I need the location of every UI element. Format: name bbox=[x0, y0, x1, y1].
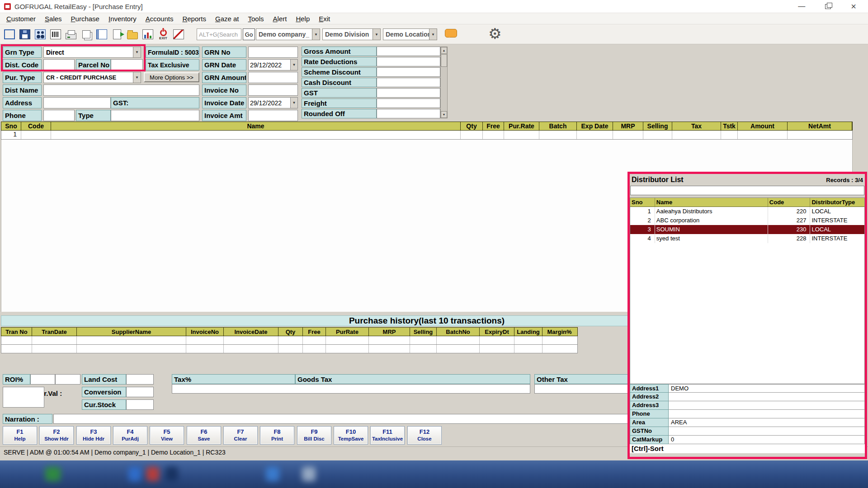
roi-input-2[interactable] bbox=[55, 374, 80, 385]
fkey-f1[interactable]: F1Help bbox=[3, 426, 37, 445]
printer-icon[interactable] bbox=[64, 26, 78, 43]
pur-val-box[interactable] bbox=[3, 387, 44, 408]
menu-tools[interactable]: Tools bbox=[244, 14, 269, 23]
phone-input[interactable] bbox=[43, 110, 75, 121]
fkey-f4[interactable]: F4PurAdj bbox=[113, 426, 147, 445]
item-cell[interactable] bbox=[51, 131, 461, 139]
fkey-f7[interactable]: F7Clear bbox=[223, 426, 258, 445]
fkey-f8[interactable]: F8Print bbox=[260, 426, 294, 445]
save-icon[interactable] bbox=[18, 26, 32, 43]
table-icon[interactable] bbox=[3, 26, 16, 43]
fkey-f3[interactable]: F3Hide Hdr bbox=[76, 426, 111, 445]
close-button[interactable]: × bbox=[851, 1, 856, 12]
taskbar-icon[interactable] bbox=[146, 467, 159, 481]
scheme-discount-value[interactable] bbox=[377, 67, 440, 77]
fkey-f5[interactable]: F5View bbox=[150, 426, 184, 445]
gst-amount-value[interactable] bbox=[377, 88, 440, 98]
menu-exit[interactable]: Exit bbox=[314, 14, 335, 23]
division-select[interactable]: Demo Division bbox=[322, 28, 381, 40]
menu-inventory[interactable]: Inventory bbox=[104, 14, 141, 23]
item-cell[interactable] bbox=[788, 131, 852, 139]
taskbar-icon[interactable] bbox=[302, 467, 316, 481]
dist-cell-code[interactable]: 227 bbox=[768, 216, 811, 225]
grn-no-input[interactable] bbox=[248, 47, 298, 58]
chevron-down-icon[interactable] bbox=[290, 60, 297, 70]
report-chart-icon[interactable] bbox=[172, 26, 185, 43]
conversion-input[interactable] bbox=[126, 387, 154, 397]
gear-icon[interactable]: ⚙ bbox=[488, 26, 502, 41]
dist-cell-type[interactable]: LOCAL bbox=[810, 207, 864, 216]
rounded-off-value[interactable] bbox=[377, 109, 440, 118]
notebook-icon[interactable] bbox=[95, 26, 108, 43]
item-cell[interactable] bbox=[483, 131, 504, 139]
menu-alert[interactable]: Alert bbox=[269, 14, 292, 23]
invoice-date-input[interactable]: 29/12/2022 bbox=[248, 97, 298, 108]
dist-cell-sno[interactable]: 4 bbox=[630, 234, 655, 243]
grn-type-select[interactable]: Direct bbox=[43, 47, 141, 58]
item-cell[interactable] bbox=[643, 131, 672, 139]
barcode-icon[interactable] bbox=[49, 26, 62, 43]
item-row-sno[interactable]: 1 bbox=[1, 131, 21, 139]
dist-cell-type[interactable]: INTERSTATE bbox=[810, 216, 864, 225]
scroll-thumb[interactable] bbox=[441, 54, 447, 67]
dist-cell-code[interactable]: 220 bbox=[768, 207, 811, 216]
dist-cell-name[interactable]: ABC corporation bbox=[655, 216, 768, 225]
fkey-f11[interactable]: F11TaxInclusive bbox=[370, 426, 405, 445]
cash-discount-value[interactable] bbox=[377, 78, 440, 87]
invoice-no-input[interactable] bbox=[248, 84, 298, 96]
dist-cell-sno[interactable]: 2 bbox=[630, 216, 655, 225]
gross-amount-value[interactable] bbox=[377, 47, 440, 56]
freight-value[interactable] bbox=[377, 99, 440, 108]
copy-icon[interactable] bbox=[80, 26, 93, 43]
scroll-up-icon[interactable]: ▲ bbox=[441, 47, 447, 54]
item-cell[interactable] bbox=[613, 131, 643, 139]
chevron-down-icon[interactable] bbox=[312, 29, 320, 40]
item-cell[interactable] bbox=[738, 131, 788, 139]
menu-customer[interactable]: Customer bbox=[2, 14, 40, 23]
item-cell[interactable] bbox=[577, 131, 613, 139]
cur-stock-input[interactable] bbox=[126, 399, 154, 410]
item-cell[interactable] bbox=[21, 131, 51, 139]
dist-cell-sno[interactable]: 1 bbox=[630, 207, 655, 216]
taskbar-icon[interactable] bbox=[128, 467, 141, 481]
parcel-no-input[interactable] bbox=[111, 59, 143, 70]
address-input[interactable] bbox=[43, 97, 111, 108]
item-cell[interactable] bbox=[672, 131, 721, 139]
menu-help[interactable]: Help bbox=[291, 14, 314, 23]
company-select[interactable]: Demo company_ bbox=[256, 28, 320, 40]
amounts-scrollbar[interactable]: ▲ ▼ bbox=[440, 47, 448, 118]
grn-amount-input[interactable] bbox=[248, 72, 298, 83]
distributor-row-selected[interactable]: 3 SOUMIN 230 LOCAL bbox=[630, 225, 864, 234]
menu-sales[interactable]: Sales bbox=[40, 14, 66, 23]
global-search-input[interactable] bbox=[197, 28, 241, 40]
maximize-icon[interactable] bbox=[825, 4, 831, 9]
taskbar-icon[interactable] bbox=[45, 467, 61, 481]
item-cell[interactable] bbox=[504, 131, 539, 139]
dist-code-input[interactable] bbox=[43, 59, 75, 70]
dist-cell-code[interactable]: 228 bbox=[768, 234, 811, 243]
speech-bubble-icon[interactable] bbox=[445, 29, 457, 38]
chevron-down-icon[interactable] bbox=[133, 47, 141, 57]
distributor-row[interactable]: 1 Aaleahya Distributors 220 LOCAL bbox=[630, 207, 864, 216]
menu-gaze-at[interactable]: Gaze at bbox=[211, 14, 244, 23]
location-select[interactable]: Demo Location bbox=[383, 28, 437, 40]
type-input[interactable] bbox=[111, 110, 199, 121]
dist-cell-type[interactable]: LOCAL bbox=[810, 225, 864, 234]
taskbar-icon[interactable] bbox=[266, 467, 279, 481]
fkey-f2[interactable]: F2Show Hdr bbox=[39, 426, 74, 445]
dist-cell-code[interactable]: 230 bbox=[768, 225, 811, 234]
menu-accounts[interactable]: Accounts bbox=[141, 14, 178, 23]
chevron-down-icon[interactable] bbox=[429, 29, 437, 40]
users-icon[interactable] bbox=[33, 26, 47, 43]
chart-icon[interactable] bbox=[141, 26, 155, 43]
rate-deductions-value[interactable] bbox=[377, 57, 440, 66]
item-cell[interactable] bbox=[539, 131, 577, 139]
distributor-search-input[interactable] bbox=[630, 186, 864, 195]
dist-name-input[interactable] bbox=[43, 84, 199, 96]
dist-cell-type[interactable]: INTERSTATE bbox=[810, 234, 864, 243]
chevron-down-icon[interactable] bbox=[290, 98, 297, 108]
exit-icon[interactable]: EXIT bbox=[156, 26, 170, 43]
fkey-f9[interactable]: F9Bill Disc bbox=[297, 426, 331, 445]
invoice-amt-input[interactable] bbox=[248, 110, 298, 121]
item-cell[interactable] bbox=[721, 131, 738, 139]
